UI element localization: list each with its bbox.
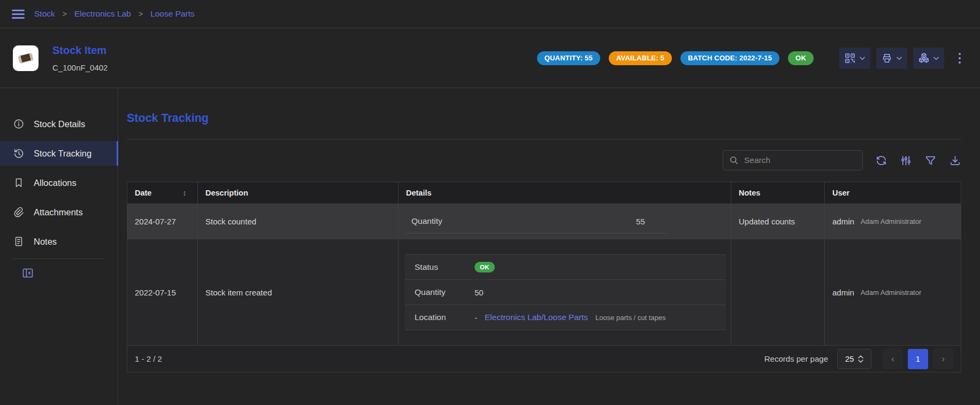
user-full-name: Adam Administrator (861, 217, 921, 225)
date-cell: 2022-07-15 (127, 239, 198, 345)
user-cell: adminAdam Administrator (825, 204, 961, 239)
spinner-icons (858, 355, 863, 363)
table-footer: 1 - 2 / 2 Records per page 25 ‹ 1 › (127, 345, 961, 372)
print-actions-button[interactable] (876, 48, 907, 69)
breadcrumb-stock[interactable]: Stock (34, 9, 55, 19)
detail-label: Quantity (411, 216, 636, 226)
status-badges: QUANTITY: 55 AVAILABLE: 5 BATCH CODE: 20… (537, 51, 814, 65)
record-range-label: 1 - 2 / 2 (135, 354, 162, 363)
user-full-name: Adam Administrator (861, 289, 921, 297)
table-row: 2024-07-27Stock countedQuantity55Updated… (127, 204, 961, 239)
sidebar-item-label: Stock Tracking (34, 149, 91, 159)
note-icon (13, 236, 25, 247)
sidebar-item-notes[interactable]: Notes (0, 229, 118, 254)
breadcrumb: Stock > Electronics Lab > Loose Parts (34, 9, 195, 19)
details-subtable: Quantity55 (405, 210, 668, 233)
sidebar-item-attachments[interactable]: Attachments (0, 200, 118, 224)
status-ok-pill: OK (474, 262, 495, 272)
detail-row: Quantity55 (405, 210, 668, 233)
detail-row: Quantity50 (405, 280, 726, 305)
detail-label: Quantity (415, 287, 474, 297)
column-header-date[interactable]: Date ↕ (127, 182, 198, 204)
sidebar: Stock Details Stock Tracking Allocations… (0, 88, 118, 404)
part-name: C_100nF_0402 (52, 63, 108, 72)
search-icon (729, 155, 739, 166)
sidebar-item-label: Notes (34, 237, 57, 247)
printer-icon (881, 52, 893, 64)
breadcrumb-electronics-lab[interactable]: Electronics Lab (74, 9, 131, 19)
table-settings-button[interactable] (900, 154, 912, 167)
paperclip-icon (13, 206, 25, 218)
quantity-badge: QUANTITY: 55 (537, 51, 600, 65)
collapse-sidebar-icon (21, 267, 34, 279)
breadcrumb-separator: > (63, 10, 67, 18)
sidebar-item-stock-tracking[interactable]: Stock Tracking (0, 141, 118, 166)
chevron-down-icon (895, 54, 903, 62)
previous-page-button[interactable]: ‹ (883, 349, 903, 369)
panel-heading: Stock Tracking (127, 112, 961, 125)
sidebar-divider (13, 259, 105, 259)
detail-row: Location-Electronics Lab/Loose PartsLoos… (405, 305, 726, 330)
stock-actions-button[interactable] (913, 48, 944, 69)
heading-divider (127, 139, 961, 139)
stock-item-header: Stock Item C_100nF_0402 QUANTITY: 55 AVA… (0, 28, 980, 88)
download-button[interactable] (949, 154, 961, 167)
sidebar-item-label: Stock Details (34, 119, 85, 129)
sidebar-item-allocations[interactable]: Allocations (0, 170, 118, 195)
refresh-icon (875, 154, 887, 167)
main-panel: Stock Tracking (118, 88, 980, 404)
capacitor-image (18, 53, 33, 63)
batch-code-badge: BATCH CODE: 2022-7-15 (680, 51, 779, 65)
location-description: Loose parts / cut tapes (595, 314, 666, 322)
notes-cell: Updated counts (731, 204, 825, 239)
header-actions (839, 48, 964, 69)
available-badge: AVAILABLE: 5 (609, 51, 672, 65)
status-ok-badge: OK (788, 51, 814, 65)
filter-icon (924, 154, 937, 167)
hamburger-menu-icon[interactable] (12, 10, 25, 19)
bookmark-icon (13, 177, 25, 189)
column-header-description: Description (198, 182, 399, 204)
column-header-notes: Notes (731, 182, 825, 204)
more-actions-button[interactable] (955, 51, 964, 66)
details-cell: StatusOKQuantity50Location-Electronics L… (399, 239, 731, 345)
top-bar: Stock > Electronics Lab > Loose Parts (0, 0, 980, 28)
page-size-select[interactable]: 25 (837, 349, 871, 369)
next-page-button[interactable]: › (933, 349, 953, 369)
info-circle-icon (13, 118, 25, 130)
column-header-details: Details (399, 182, 731, 204)
detail-label: Status (415, 262, 474, 272)
refresh-button[interactable] (875, 154, 887, 167)
pagination: ‹ 1 › (883, 349, 953, 369)
chevron-down-icon (858, 360, 863, 363)
barcode-actions-button[interactable] (839, 48, 870, 69)
collapse-sidebar-button[interactable] (21, 267, 118, 282)
sidebar-item-stock-details[interactable]: Stock Details (0, 112, 118, 136)
adjustments-icon (900, 154, 912, 167)
username: admin (832, 288, 854, 297)
notes-cell (731, 239, 825, 345)
qr-code-icon (844, 52, 856, 64)
sidebar-item-label: Attachments (34, 207, 83, 217)
sort-icon[interactable]: ↕ (182, 189, 186, 197)
history-icon (13, 147, 25, 159)
description-cell: Stock counted (198, 204, 399, 239)
breadcrumb-separator: > (139, 10, 143, 18)
description-cell: Stock item created (198, 239, 399, 345)
page-title: Stock Item (52, 44, 108, 57)
location-prefix: - (474, 313, 477, 322)
detail-value: 55 (636, 217, 645, 226)
user-cell: adminAdam Administrator (825, 239, 961, 345)
search-box (723, 150, 863, 170)
stock-tracking-table: Date ↕ Description Details Notes User 20… (127, 182, 961, 372)
location-link[interactable]: Electronics Lab/Loose Parts (485, 313, 588, 322)
page-1-button[interactable]: 1 (908, 349, 928, 369)
details-cell: Quantity55 (399, 204, 731, 239)
part-thumbnail[interactable] (13, 45, 39, 71)
details-subtable: StatusOKQuantity50Location-Electronics L… (405, 254, 726, 330)
breadcrumb-loose-parts[interactable]: Loose Parts (150, 9, 195, 19)
stock-cubes-icon (918, 52, 930, 64)
username: admin (832, 217, 854, 226)
search-input[interactable] (744, 155, 857, 165)
filter-button[interactable] (924, 154, 937, 167)
